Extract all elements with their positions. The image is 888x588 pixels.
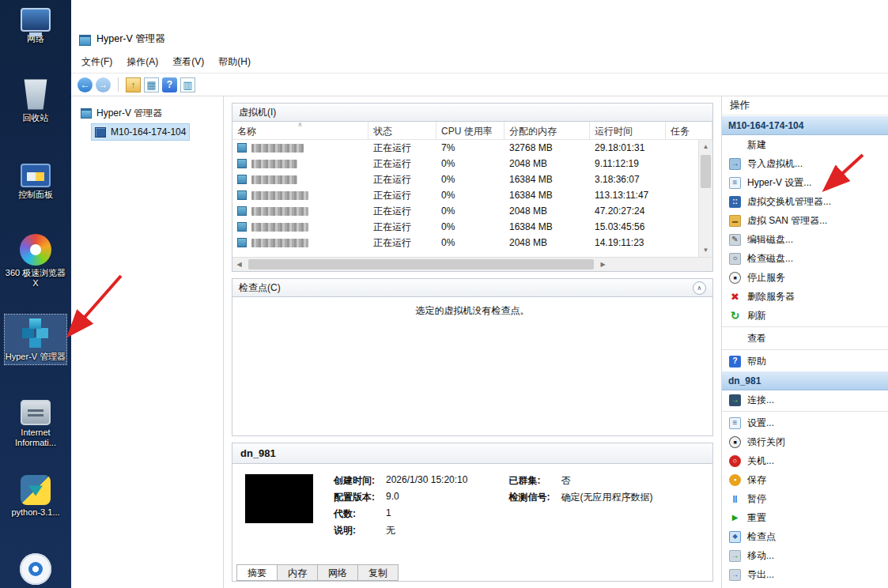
action-refresh[interactable]: ↻刷新 xyxy=(722,306,888,325)
action-remove-server[interactable]: ✖删除服务器 xyxy=(722,287,888,306)
tab-memory[interactable]: 内存 xyxy=(277,564,318,581)
action-import-vm[interactable]: →导入虚拟机... xyxy=(722,154,888,173)
action-pause[interactable]: ‖暂停 xyxy=(722,489,888,508)
title-bar: Hyper-V 管理器 xyxy=(71,0,888,51)
action-virtual-switch-manager[interactable]: ::虚拟交换机管理器... xyxy=(722,192,888,211)
vm-column-headers: 名称∧状态CPU 使用率分配的内存运行时间任务 xyxy=(232,122,712,140)
action-move[interactable]: →移动... xyxy=(722,546,888,565)
screen: 网络回收站控制面板360 极速浏览器XHyper-V 管理器Internet I… xyxy=(0,0,888,588)
action-help[interactable]: ?帮助 xyxy=(722,352,888,371)
vm-row[interactable]: 正在运行0%2048 MB14.19:11:23 xyxy=(232,235,698,251)
action-label: 移动... xyxy=(747,549,774,563)
vswitch-icon: :: xyxy=(729,196,741,208)
vm-detail-fields-right: 已群集:否检测信号:确定(无应用程序数据) xyxy=(508,474,652,564)
desktop-icon-python[interactable]: python-3.1... xyxy=(5,473,66,520)
desktop-icon-hyperv-manager[interactable]: Hyper-V 管理器 xyxy=(5,315,66,364)
show-hide-action-pane-button[interactable]: ▥ xyxy=(180,77,195,92)
vm-vertical-scrollbar[interactable]: ▲ ▼ xyxy=(698,140,712,257)
back-button[interactable]: ← xyxy=(77,77,93,92)
vm-row[interactable]: 正在运行7%32768 MB29.18:01:31 xyxy=(232,140,698,156)
desktop-icon-iis[interactable]: Internet Informati... xyxy=(5,395,66,450)
vm-row[interactable]: 正在运行0%2048 MB47.20:27:24 xyxy=(232,203,698,219)
action-label: 虚拟 SAN 管理器... xyxy=(747,214,827,228)
action-virtual-san-manager[interactable]: ▬虚拟 SAN 管理器... xyxy=(722,211,888,230)
action-view[interactable]: 查看 xyxy=(722,329,888,348)
action-settings[interactable]: ≡设置... xyxy=(722,413,888,432)
delete-icon: ✖ xyxy=(729,291,741,303)
tab-summary[interactable]: 摘要 xyxy=(236,564,278,581)
vm-cpu-cell: 7% xyxy=(436,142,504,153)
vm-row[interactable]: 正在运行0%16384 MB113.13:11:47 xyxy=(232,187,698,203)
desktop-icon-netdisk[interactable] xyxy=(5,552,66,588)
vm-detail-panel: dn_981 创建时间:2026/1/30 15:20:10配置版本:9.0代数… xyxy=(232,443,713,582)
scroll-down-icon[interactable]: ▼ xyxy=(699,243,712,257)
desktop: 网络回收站控制面板360 极速浏览器XHyper-V 管理器Internet I… xyxy=(0,0,71,588)
vm-cpu-cell: 0% xyxy=(436,205,504,217)
action-new[interactable]: 新建 xyxy=(722,135,888,154)
tree-item-host[interactable]: M10-164-174-104 xyxy=(92,124,189,140)
scroll-up-icon[interactable]: ▲ xyxy=(699,140,712,153)
action-inspect-disk[interactable]: ○检查磁盘... xyxy=(722,249,888,268)
action-checkpoint[interactable]: ◆检查点 xyxy=(722,527,888,546)
vm-name-redacted xyxy=(251,223,308,232)
column-header-4[interactable]: 运行时间 xyxy=(590,122,666,139)
tree-item-root[interactable]: Hyper-V 管理器 xyxy=(77,104,165,122)
field-label: 代数: xyxy=(334,507,375,521)
scroll-thumb-horizontal[interactable] xyxy=(248,259,594,270)
desktop-icon-control-panel[interactable]: 控制面板 xyxy=(5,158,66,202)
collapse-checkpoints-button[interactable]: ∧ xyxy=(693,281,706,295)
scroll-right-icon[interactable]: ▶ xyxy=(596,258,610,271)
scroll-left-icon[interactable]: ◀ xyxy=(232,258,246,271)
column-header-0[interactable]: 名称∧ xyxy=(232,122,368,139)
forward-button[interactable]: → xyxy=(96,77,111,92)
vm-row[interactable]: 正在运行0%2048 MB9.11:12:19 xyxy=(232,156,698,172)
action-shut-down[interactable]: ○关机... xyxy=(722,451,888,470)
action-stop-service[interactable]: ■停止服务 xyxy=(722,268,888,287)
column-header-1[interactable]: 状态 xyxy=(368,122,436,139)
desktop-icon-recycle-bin[interactable]: 回收站 xyxy=(5,73,66,126)
console-tree-pane: Hyper-V 管理器 M10-164-174-104 xyxy=(71,96,224,588)
actions-section-header-vm: dn_981 xyxy=(722,371,888,390)
action-save[interactable]: ▪保存 xyxy=(722,470,888,489)
scroll-thumb[interactable] xyxy=(701,155,711,188)
show-hide-tree-button[interactable]: ▦ xyxy=(144,77,159,92)
vm-uptime-cell: 9.11:12:19 xyxy=(590,158,666,169)
console-icon xyxy=(81,108,92,119)
column-header-5[interactable]: 任务 xyxy=(666,122,712,139)
vm-icon xyxy=(237,238,247,247)
vm-memory-cell: 2048 MB xyxy=(504,237,590,248)
vm-horizontal-scrollbar[interactable]: ◀ ▶ xyxy=(232,257,712,271)
desktop-icon-network[interactable]: 网络 xyxy=(5,3,66,47)
action-hyperv-settings[interactable]: ≡Hyper-V 设置... xyxy=(722,173,888,192)
vm-uptime-cell: 3.18:36:07 xyxy=(590,174,666,185)
column-header-label: CPU 使用率 xyxy=(441,126,493,137)
hyperv-manager-app-icon xyxy=(79,35,91,46)
tab-replication[interactable]: 复制 xyxy=(357,564,399,581)
action-export[interactable]: →导出... xyxy=(722,565,888,584)
desktop-icon-360-browser[interactable]: 360 极速浏览器X xyxy=(5,232,66,291)
iis-icon xyxy=(21,400,51,425)
folder-icon[interactable]: ↑ xyxy=(126,77,141,92)
action-edit-disk[interactable]: ✎编辑磁盘... xyxy=(722,230,888,249)
column-header-3[interactable]: 分配的内存 xyxy=(504,122,590,139)
menu-view[interactable]: 查看(V) xyxy=(165,52,211,72)
vm-name-cell xyxy=(232,206,368,216)
column-header-2[interactable]: CPU 使用率 xyxy=(436,122,504,139)
action-label: 帮助 xyxy=(747,355,766,368)
menu-help[interactable]: 帮助(H) xyxy=(211,52,258,72)
action-label: 删除服务器 xyxy=(747,290,795,303)
vm-row[interactable]: 正在运行0%16384 MB3.18:36:07 xyxy=(232,172,698,187)
network-icon xyxy=(21,8,51,32)
tab-network[interactable]: 网络 xyxy=(317,564,358,581)
column-header-label: 任务 xyxy=(671,126,690,137)
menu-action[interactable]: 操作(A) xyxy=(119,52,165,72)
reset-icon: ▶ xyxy=(729,512,741,524)
action-connect[interactable]: →连接... xyxy=(722,390,888,409)
action-turn-off[interactable]: ■强行关闭 xyxy=(722,432,888,451)
menu-file[interactable]: 文件(F) xyxy=(74,52,119,72)
action-reset[interactable]: ▶重置 xyxy=(722,508,888,527)
vm-row[interactable]: 正在运行0%16384 MB15.03:45:56 xyxy=(232,219,698,235)
action-label: 强行关闭 xyxy=(747,435,785,449)
360-browser-icon xyxy=(20,234,51,266)
help-button[interactable]: ? xyxy=(162,77,177,92)
